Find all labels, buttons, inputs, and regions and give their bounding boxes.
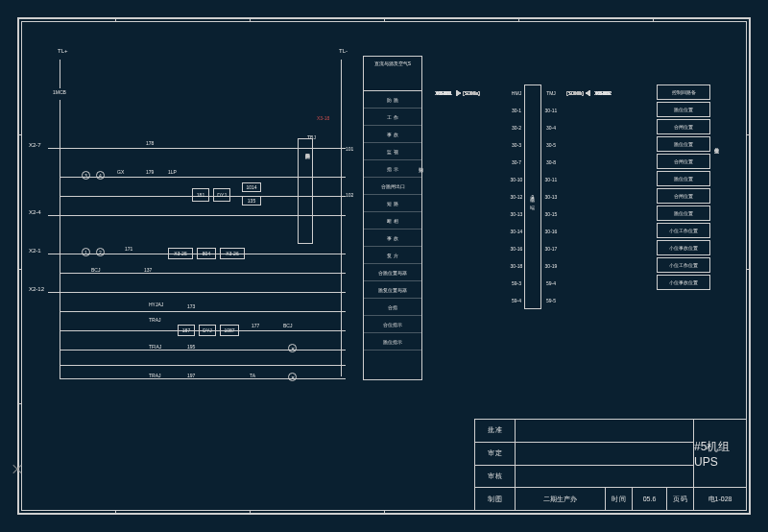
lamp-icon: ✕	[288, 344, 297, 352]
tb-blank	[516, 466, 694, 489]
row-label: GX	[117, 169, 124, 175]
title-block: 批 准 #5机组UPS 审 定 审 核 制 图 二期生产办 时 间 05.6 页…	[474, 419, 747, 511]
tb-check: 审 核	[475, 466, 516, 489]
frame-tick	[115, 511, 116, 515]
panel-a-row: 跳复位置与器	[364, 281, 421, 299]
component-box: 181	[192, 188, 209, 202]
term-label: X2-12	[29, 286, 44, 292]
node-circle: 1	[82, 248, 90, 256]
node-circle: 4	[96, 171, 105, 180]
signal-row: (S013b)X3-13/2	[561, 85, 616, 102]
mid-pin: 30-18	[509, 257, 524, 275]
row-label: TA	[250, 373, 255, 378]
mid-pin: 30-7	[509, 154, 524, 171]
row-num: 173	[187, 303, 195, 309]
row-num: 137	[144, 267, 152, 273]
signal-terminal: X3-13/1	[430, 90, 457, 96]
component-box: X3-25	[168, 248, 193, 259]
right-annotation-box: 合闸位置	[657, 119, 710, 134]
frame-tick	[115, 17, 116, 21]
tb-page-value: 电1-028	[694, 488, 747, 511]
tb-blank	[516, 443, 694, 466]
component-box: 1014	[242, 182, 261, 192]
lamp-icon: ✕	[288, 373, 297, 381]
frame-tick	[17, 134, 21, 135]
mid-pin: 30-11	[543, 102, 559, 119]
wire	[60, 365, 346, 366]
node-circle: 3	[82, 171, 90, 180]
component-box: 1087	[220, 325, 239, 336]
label-tl-plus: TL+	[58, 48, 68, 54]
mid-pin: 59-4	[509, 292, 524, 309]
node-num: 102	[346, 192, 353, 198]
component-box: 187	[178, 325, 195, 336]
panel-a-row: 合指	[364, 299, 421, 316]
bracket-label: HYJAJ	[149, 302, 163, 307]
panel-a-row: 事 故	[364, 230, 421, 247]
tb-office: 二期生产办	[516, 488, 606, 511]
frame-tick	[653, 17, 654, 21]
wire	[341, 88, 342, 376]
mid-pin: 30-12	[509, 188, 524, 206]
panel-a-row: 合跳闸出口	[364, 178, 421, 195]
mid-pin: 30-3	[509, 136, 524, 154]
tb-draw: 制 图	[475, 488, 516, 511]
component-box: 804	[197, 248, 216, 259]
panel-a-row: 断 相	[364, 212, 421, 230]
right-annotation-box: 跳位位置	[657, 171, 710, 186]
node-circle: 2	[96, 248, 105, 256]
right-annotation-box: 小位工作位置	[657, 257, 710, 273]
panel-a-row: 复 方	[364, 247, 421, 264]
term-label: X2-4	[29, 209, 41, 215]
panel-a-row: 跳位指示	[364, 333, 421, 351]
term-label: X2-1	[29, 248, 41, 254]
mid-pin: 30-15	[543, 206, 559, 223]
mid-pin: 30-14	[509, 223, 524, 240]
component-box: 135	[242, 196, 261, 206]
mid-pin: 30-10	[509, 171, 524, 188]
frame-tick	[384, 17, 385, 21]
component-box: DYJ	[213, 188, 230, 202]
mid-pin: 59-5	[543, 292, 559, 309]
panel-a-row: 事 故	[364, 126, 421, 143]
tb-title: #5机组UPS	[694, 420, 747, 488]
label-bcj: BCJ	[91, 267, 100, 273]
row-label: 1LP	[168, 169, 177, 175]
mid-pins-left: HMJ30-130-230-330-730-1030-1230-1330-143…	[509, 85, 524, 309]
frame-tick	[250, 17, 251, 21]
bracket-label: TFIAJ	[149, 344, 161, 350]
right-annotation-box: 小位工作位置	[657, 223, 710, 238]
wire	[48, 292, 346, 293]
mid-pins-right: TMJ30-1130-430-530-830-1130-1330-1530-16…	[543, 85, 559, 309]
panel-a-row: 短 路	[364, 195, 421, 212]
tb-page-label: 页 码	[667, 488, 694, 511]
right-annotation-box: 跳位位置	[657, 206, 710, 221]
mid-pin: 30-19	[543, 257, 559, 275]
frame-tick	[518, 17, 519, 21]
component-box: DYJ	[199, 325, 216, 336]
row-num: 195	[187, 344, 195, 350]
tb-date-value: 05.6	[633, 488, 667, 511]
mid-pin: 30-4	[543, 119, 559, 136]
bracket-label: TRAJ	[149, 317, 161, 323]
frame-tick	[17, 403, 21, 404]
mid-pin: 59-3	[509, 275, 524, 292]
right-annotation-box: 控制回路备	[657, 85, 710, 100]
mid-pin: 30-11	[543, 171, 559, 188]
wire	[60, 60, 60, 88]
row-num: 197	[187, 373, 195, 378]
mid-pin: HMJ	[509, 85, 524, 102]
label-bus: 1MCB	[53, 89, 66, 95]
frame-tick	[384, 511, 385, 515]
tb-blank	[516, 420, 694, 443]
right-box-column: 控制回路备跳位位置合闸位置跳位位置合闸位置跳位位置合闸位置跳位位置小位工作位置小…	[657, 85, 710, 292]
middle-signal-box: 遥信9端	[524, 85, 541, 309]
mid-pin: 30-1	[509, 102, 524, 119]
panel-a: 直流与源及空气S 防 跳工 作事 故监 视指 示合跳闸出口短 路断 相事 故复 …	[363, 56, 422, 380]
signal-terminal: X3-13/2	[589, 90, 616, 96]
row-num: 171	[125, 246, 132, 252]
frame-tick	[747, 269, 751, 270]
mid-pin: 30-16	[509, 240, 524, 257]
panel-a-row: 防 跳	[364, 91, 421, 109]
node-num: 101	[346, 146, 353, 152]
